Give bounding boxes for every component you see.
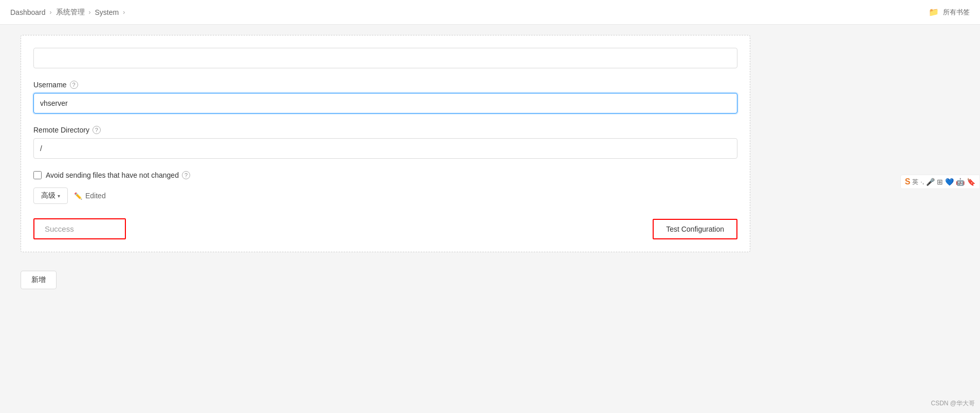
toolbar-icon-grid[interactable]: ⊞ — [937, 178, 943, 186]
username-help-icon[interactable]: ? — [70, 81, 78, 89]
breadcrumb: Dashboard › 系统管理 › System › — [10, 8, 125, 17]
breadcrumb-dashboard[interactable]: Dashboard — [10, 8, 46, 16]
avoid-sending-label: Avoid sending files that have not change… — [46, 171, 190, 179]
remote-dir-input[interactable] — [33, 138, 737, 159]
top-bar-right: 📁 所有书签 — [929, 7, 970, 17]
username-label-row: Username ? — [33, 81, 737, 89]
toolbar-icons-row: S 英 ·, 🎤 ⊞ 💙 🤖 🔖 — [900, 175, 980, 189]
top-input-row — [33, 48, 737, 68]
toolbar-icon-bookmark[interactable]: 🔖 — [967, 178, 975, 186]
breadcrumb-sep-3: › — [123, 9, 125, 16]
advanced-button[interactable]: 高级 ▾ — [33, 187, 68, 204]
add-label: 新增 — [31, 275, 46, 285]
bookmark-icon: 📁 — [929, 7, 939, 17]
remote-dir-label: Remote Directory — [33, 126, 89, 134]
bottom-row: Success Test Configuration — [33, 214, 737, 239]
success-label: Success — [45, 224, 74, 233]
toolbar-icon-mic[interactable]: 🎤 — [926, 178, 935, 186]
toolbar-icon-robot[interactable]: 🤖 — [956, 178, 965, 186]
csdn-watermark: CSDN @华大哥 — [931, 399, 975, 408]
breadcrumb-sep-1: › — [50, 9, 52, 16]
toolbar-icon-en[interactable]: 英 — [912, 178, 918, 186]
top-bar: Dashboard › 系统管理 › System › 📁 所有书签 — [0, 0, 980, 25]
remote-dir-group: Remote Directory ? — [33, 126, 737, 159]
advanced-label: 高级 — [41, 191, 56, 200]
remote-dir-help-icon[interactable]: ? — [93, 126, 101, 134]
remote-dir-label-row: Remote Directory ? — [33, 126, 737, 134]
form-container: Username ? Remote Directory ? Avoid send… — [21, 35, 750, 252]
username-input[interactable] — [33, 93, 737, 114]
test-config-label: Test Configuration — [666, 225, 724, 233]
action-row: 高级 ▾ ✏️ Edited — [33, 187, 737, 204]
avoid-sending-group: Avoid sending files that have not change… — [33, 171, 737, 179]
breadcrumb-sep-2: › — [89, 9, 91, 16]
breadcrumb-system[interactable]: System — [95, 8, 119, 16]
avoid-sending-help-icon[interactable]: ? — [182, 171, 190, 179]
username-group: Username ? — [33, 81, 737, 114]
test-configuration-button[interactable]: Test Configuration — [653, 219, 737, 239]
success-box: Success — [33, 218, 126, 239]
add-button[interactable]: 新增 — [21, 271, 57, 289]
username-label: Username — [33, 81, 67, 89]
top-input[interactable] — [33, 48, 737, 68]
toolbar-icon-dot: ·, — [920, 178, 924, 185]
main-content: Username ? Remote Directory ? Avoid send… — [0, 25, 771, 299]
edited-row: ✏️ Edited — [74, 192, 106, 200]
toolbar-icon-heart[interactable]: 💙 — [945, 178, 954, 186]
breadcrumb-sysadmin[interactable]: 系统管理 — [56, 8, 85, 17]
avoid-sending-checkbox[interactable] — [33, 171, 42, 179]
bookmark-label: 所有书签 — [943, 8, 970, 17]
pencil-icon: ✏️ — [74, 192, 82, 200]
edited-label-text: Edited — [85, 192, 106, 200]
chevron-down-icon: ▾ — [58, 193, 60, 199]
toolbar-icon-s: S — [905, 177, 911, 186]
